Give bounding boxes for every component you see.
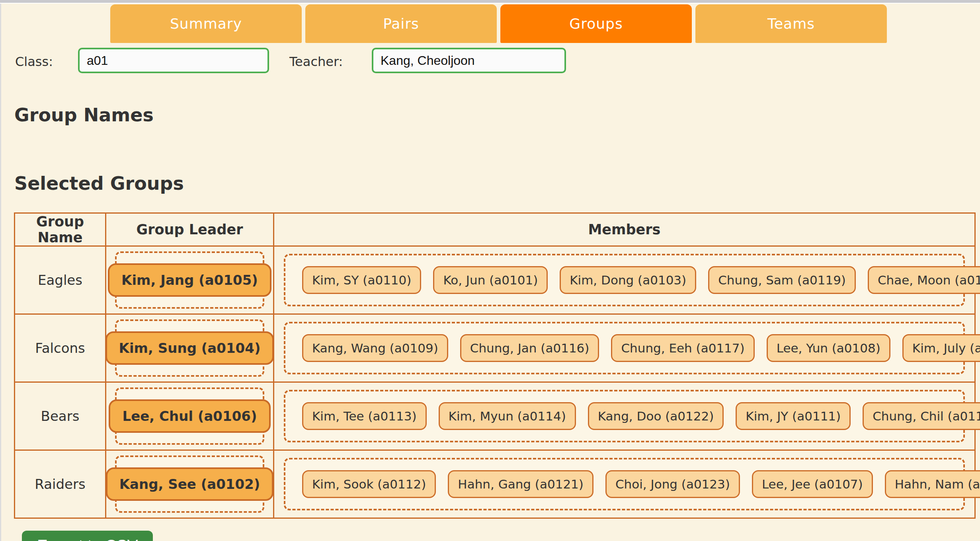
group-name-cell: Eagles [15,246,106,314]
member-pill[interactable]: Kang, Wang (a0109) [302,334,448,362]
member-pill[interactable]: Kang, Doo (a0122) [588,402,724,430]
member-pill[interactable]: Chung, Sam (a0119) [708,266,856,294]
member-pill[interactable]: Kim, JY (a0111) [736,402,851,430]
leader-pill[interactable]: Kim, Jang (a0105) [108,263,271,297]
tab-pairs[interactable]: Pairs [305,4,497,43]
column-header-group-leader: Group Leader [106,213,274,246]
group-name-cell: Raiders [15,450,106,518]
teacher-input[interactable] [372,48,566,73]
group-name-cell: Bears [15,382,106,450]
table-row: Raiders Kang, See (a0102) Kim, Sook (a01… [15,450,975,518]
member-pill[interactable]: Hahn, Gang (a0121) [448,470,593,498]
member-pill[interactable]: Chung, Chil (a0118) [863,402,980,430]
class-teacher-form: Class: Teacher: [0,48,980,80]
leader-drop-zone[interactable]: Kim, Sung (a0104) [115,319,264,377]
member-pill[interactable]: Kim, SY (a0110) [302,266,421,294]
selected-groups-heading: Selected Groups [14,173,980,194]
selected-groups-table: Group Name Group Leader Members Eagles K… [14,212,976,519]
member-pill[interactable]: Kim, Dong (a0103) [560,266,696,294]
class-input[interactable] [78,48,269,73]
leader-drop-zone[interactable]: Lee, Chul (a0106) [115,387,264,445]
member-pill[interactable]: Lee, Jee (a0107) [752,470,873,498]
member-pill[interactable]: Kim, Myun (a0114) [439,402,576,430]
tab-bar: Summary Pairs Groups Teams [110,4,980,43]
column-header-group-name: Group Name [15,213,106,246]
tab-summary[interactable]: Summary [110,4,302,43]
members-drop-zone[interactable]: Kim, Sook (a0112) Hahn, Gang (a0121) Cho… [284,458,965,510]
leader-drop-zone[interactable]: Kang, See (a0102) [115,455,264,513]
member-pill[interactable]: Lee, Yun (a0108) [767,334,890,362]
group-name-cell: Falcons [15,314,106,382]
table-row: Falcons Kim, Sung (a0104) Kang, Wang (a0… [15,314,975,382]
leader-pill[interactable]: Kim, Sung (a0104) [105,331,274,365]
tab-groups[interactable]: Groups [500,4,692,43]
table-row: Eagles Kim, Jang (a0105) Kim, SY (a0110)… [15,246,975,314]
class-label: Class: [15,54,53,69]
member-pill[interactable]: Chung, Jan (a0116) [460,334,599,362]
table-header-row: Group Name Group Leader Members [15,213,975,246]
leader-pill[interactable]: Lee, Chul (a0106) [109,399,270,433]
members-drop-zone[interactable]: Kim, Tee (a0113) Kim, Myun (a0114) Kang,… [284,390,965,442]
member-pill[interactable]: Kim, July (a0115) [902,334,980,362]
window-left-edge [0,4,1,541]
tab-teams[interactable]: Teams [695,4,887,43]
leader-drop-zone[interactable]: Kim, Jang (a0105) [115,251,264,309]
teacher-label: Teacher: [289,54,343,69]
table-row: Bears Lee, Chul (a0106) Kim, Tee (a0113)… [15,382,975,450]
member-pill[interactable]: Choi, Jong (a0123) [605,470,740,498]
member-pill[interactable]: Hahn, Nam (a0120) [885,470,980,498]
leader-pill[interactable]: Kang, See (a0102) [106,467,274,501]
member-pill[interactable]: Ko, Jun (a0101) [433,266,548,294]
member-pill[interactable]: Chung, Eeh (a0117) [611,334,754,362]
members-drop-zone[interactable]: Kim, SY (a0110) Ko, Jun (a0101) Kim, Don… [284,254,965,306]
group-names-heading: Group Names [14,104,980,126]
window-top-bar [0,0,980,4]
export-to-csv-button[interactable]: Export to CSV [22,531,153,541]
members-drop-zone[interactable]: Kang, Wang (a0109) Chung, Jan (a0116) Ch… [284,322,965,374]
column-header-members: Members [274,213,975,246]
member-pill[interactable]: Kim, Tee (a0113) [302,402,427,430]
member-pill[interactable]: Chae, Moon (a0124) [868,266,980,294]
member-pill[interactable]: Kim, Sook (a0112) [302,470,436,498]
